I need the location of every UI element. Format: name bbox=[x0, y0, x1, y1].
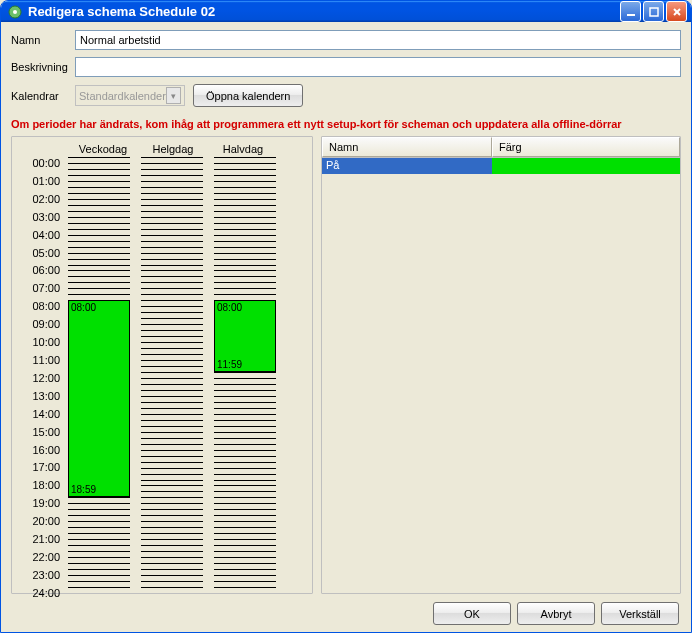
hour-label: 03:00 bbox=[20, 211, 64, 229]
hour-label: 16:00 bbox=[20, 444, 64, 462]
content-area: Namn Beskrivning Kalendrar Standardkalen… bbox=[1, 22, 691, 633]
description-label: Beskrivning bbox=[11, 61, 75, 73]
hour-label: 20:00 bbox=[20, 515, 64, 533]
name-input[interactable] bbox=[75, 30, 681, 50]
th-name[interactable]: Namn bbox=[322, 137, 492, 157]
calendar-select-value: Standardkalender bbox=[79, 90, 166, 102]
row-color-swatch bbox=[492, 158, 680, 174]
schedule-period[interactable]: 08:0011:59 bbox=[214, 300, 276, 372]
hour-label: 04:00 bbox=[20, 229, 64, 247]
col-header-halfday: Halvdag bbox=[208, 143, 278, 155]
hour-label: 05:00 bbox=[20, 247, 64, 265]
period-start-label: 08:00 bbox=[71, 302, 96, 313]
name-label: Namn bbox=[11, 34, 75, 46]
hour-label: 01:00 bbox=[20, 175, 64, 193]
col-header-holiday: Helgdag bbox=[138, 143, 208, 155]
track-weekday[interactable]: 08:0018:59 bbox=[68, 157, 130, 587]
hour-label: 07:00 bbox=[20, 282, 64, 300]
hour-label: 13:00 bbox=[20, 390, 64, 408]
table-row[interactable]: På bbox=[322, 158, 680, 174]
hour-label: 24:00 bbox=[20, 587, 64, 605]
table-body: På bbox=[322, 158, 680, 593]
period-end-label: 18:59 bbox=[71, 484, 96, 495]
ok-button[interactable]: OK bbox=[433, 602, 511, 625]
chevron-down-icon: ▾ bbox=[166, 87, 181, 104]
window-title: Redigera schema Schedule 02 bbox=[28, 4, 215, 19]
cancel-button[interactable]: Avbryt bbox=[517, 602, 595, 625]
open-calendar-button[interactable]: Öppna kalendern bbox=[193, 84, 303, 107]
hour-label: 19:00 bbox=[20, 497, 64, 515]
hour-label: 21:00 bbox=[20, 533, 64, 551]
hour-label: 18:00 bbox=[20, 479, 64, 497]
schedule-panel: Veckodag Helgdag Halvdag 00:0001:0002:00… bbox=[11, 136, 313, 594]
period-start-label: 08:00 bbox=[217, 302, 242, 313]
titlebar[interactable]: Redigera schema Schedule 02 bbox=[1, 1, 691, 22]
hour-labels: 00:0001:0002:0003:0004:0005:0006:0007:00… bbox=[20, 157, 64, 605]
th-color[interactable]: Färg bbox=[492, 137, 680, 157]
hour-label: 11:00 bbox=[20, 354, 64, 372]
hour-label: 00:00 bbox=[20, 157, 64, 175]
warning-text: Om perioder har ändrats, kom ihåg att pr… bbox=[11, 118, 681, 130]
calendar-label: Kalendrar bbox=[11, 90, 75, 102]
svg-point-1 bbox=[13, 10, 17, 14]
hour-label: 10:00 bbox=[20, 336, 64, 354]
description-input[interactable] bbox=[75, 57, 681, 77]
hour-label: 12:00 bbox=[20, 372, 64, 390]
calendar-select: Standardkalender ▾ bbox=[75, 85, 185, 106]
svg-rect-2 bbox=[627, 14, 635, 16]
hour-label: 06:00 bbox=[20, 264, 64, 282]
hour-label: 23:00 bbox=[20, 569, 64, 587]
period-end-label: 11:59 bbox=[217, 359, 242, 370]
track-halfday[interactable]: 08:0011:59 bbox=[214, 157, 276, 587]
hour-label: 17:00 bbox=[20, 461, 64, 479]
dialog-window: Redigera schema Schedule 02 Namn Beskriv… bbox=[0, 0, 692, 633]
apply-button[interactable]: Verkställ bbox=[601, 602, 679, 625]
hour-label: 08:00 bbox=[20, 300, 64, 318]
maximize-button[interactable] bbox=[643, 1, 664, 22]
hour-label: 14:00 bbox=[20, 408, 64, 426]
hour-label: 22:00 bbox=[20, 551, 64, 569]
row-name: På bbox=[322, 158, 492, 174]
timeline: 00:0001:0002:0003:0004:0005:0006:0007:00… bbox=[20, 157, 304, 587]
col-header-weekday: Veckodag bbox=[68, 143, 138, 155]
hour-label: 09:00 bbox=[20, 318, 64, 336]
track-holiday[interactable] bbox=[141, 157, 203, 587]
minimize-button[interactable] bbox=[620, 1, 641, 22]
dialog-footer: OK Avbryt Verkställ bbox=[11, 594, 681, 625]
app-icon bbox=[7, 4, 23, 20]
hour-label: 02:00 bbox=[20, 193, 64, 211]
legend-panel: Namn Färg På bbox=[321, 136, 681, 594]
schedule-period[interactable]: 08:0018:59 bbox=[68, 300, 130, 497]
svg-rect-3 bbox=[650, 8, 658, 16]
close-button[interactable] bbox=[666, 1, 687, 22]
hour-label: 15:00 bbox=[20, 426, 64, 444]
